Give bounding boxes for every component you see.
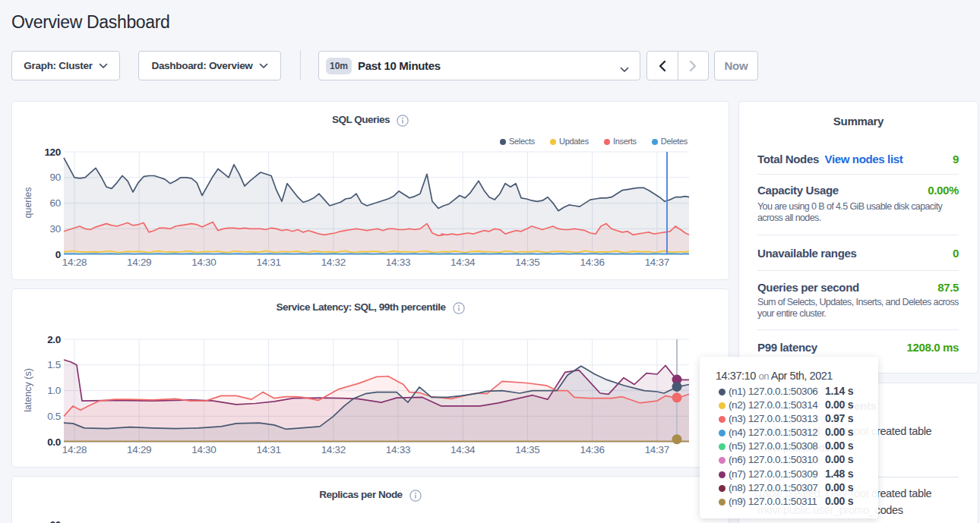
svg-text:14:34: 14:34 (450, 257, 476, 268)
svg-text:14:33: 14:33 (386, 257, 410, 268)
svg-text:latency (s): latency (s) (23, 368, 33, 412)
svg-text:120: 120 (44, 147, 61, 158)
svg-text:14:30: 14:30 (191, 444, 216, 455)
svg-text:14:33: 14:33 (386, 444, 410, 455)
svg-text:14:36: 14:36 (580, 257, 604, 268)
svg-text:90: 90 (50, 172, 61, 183)
svg-text:14:36: 14:36 (580, 444, 604, 455)
svg-text:14:29: 14:29 (127, 257, 151, 268)
svg-text:60: 60 (50, 519, 61, 523)
svg-text:2.0: 2.0 (47, 334, 61, 345)
svg-text:30: 30 (50, 223, 61, 235)
svg-text:14:32: 14:32 (321, 257, 346, 268)
svg-text:14:34: 14:34 (450, 444, 476, 455)
svg-text:0.0: 0.0 (47, 436, 61, 448)
svg-text:14:31: 14:31 (256, 444, 280, 455)
svg-text:1.5: 1.5 (47, 359, 61, 370)
svg-text:14:35: 14:35 (515, 444, 539, 455)
svg-text:14:35: 14:35 (515, 257, 539, 268)
svg-text:0: 0 (55, 249, 61, 260)
svg-text:14:30: 14:30 (191, 257, 216, 268)
svg-text:14:29: 14:29 (127, 444, 151, 455)
svg-text:14:31: 14:31 (256, 257, 280, 268)
svg-text:0.5: 0.5 (47, 411, 61, 422)
svg-text:queries: queries (23, 187, 33, 219)
svg-text:14:28: 14:28 (62, 257, 87, 268)
svg-text:1.0: 1.0 (47, 385, 61, 396)
svg-text:60: 60 (50, 197, 61, 209)
svg-text:14:28: 14:28 (62, 444, 87, 455)
svg-text:14:37: 14:37 (645, 257, 669, 268)
svg-text:14:32: 14:32 (321, 444, 346, 455)
svg-text:14:37: 14:37 (645, 444, 669, 455)
